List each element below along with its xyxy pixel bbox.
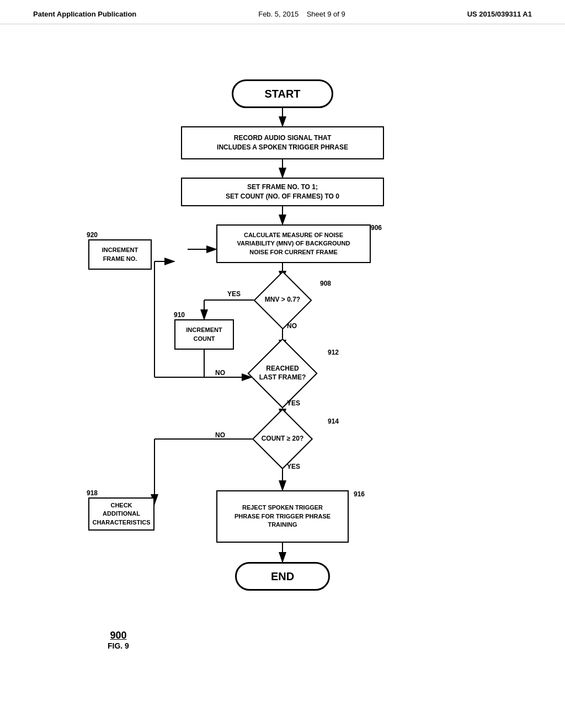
flowchart-diagram: START 902 RECORD AUDIO SIGNAL THATINCLUD… [0,24,565,686]
node-906-label: CALCULATE MEASURE OF NOISEVARIABILITY (M… [237,231,350,256]
node-904-label: SET FRAME NO. TO 1;SET COUNT (NO. OF FRA… [226,183,339,201]
end-node: END [235,562,330,591]
ref-920: 920 [87,231,98,239]
ref-918: 918 [87,489,98,497]
fig-num: 900 [108,630,129,641]
node-902-label: RECORD AUDIO SIGNAL THATINCLUDES A SPOKE… [217,133,348,152]
page-header: Patent Application Publication Feb. 5, 2… [0,0,565,24]
ref-914: 914 [328,417,339,425]
start-node: START [232,79,333,108]
yes-label-914: YES [287,463,300,470]
diamond-908 [253,271,312,329]
node-906: CALCULATE MEASURE OF NOISEVARIABILITY (M… [216,224,371,263]
diamond-912 [247,338,317,408]
node-916-label: REJECT SPOKEN TRIGGERPHRASE FOR TRIGGER … [234,504,331,529]
node-910-label: INCREMENTCOUNT [186,326,222,343]
node-916: REJECT SPOKEN TRIGGERPHRASE FOR TRIGGER … [216,490,349,543]
node-920-label: INCREMENTFRAME NO. [102,246,138,263]
node-904: SET FRAME NO. TO 1;SET COUNT (NO. OF FRA… [181,178,384,206]
start-label: START [264,88,300,100]
diamond-914-wrapper: COUNT ≥ 20? [242,417,323,461]
node-920: INCREMENTFRAME NO. [88,239,152,270]
node-918-label: CHECK ADDITIONALCHARACTERISTICS [92,501,150,527]
fig-caption: 900 FIG. 9 [108,630,129,650]
header-sheet: Sheet 9 of 9 [307,10,345,18]
node-918: CHECK ADDITIONALCHARACTERISTICS [88,497,154,531]
no-label-914: NO [215,431,225,439]
yes-label-908: YES [227,290,241,298]
no-label-912: NO [215,369,225,377]
node-902: RECORD AUDIO SIGNAL THATINCLUDES A SPOKE… [181,126,384,159]
ref-912: 912 [328,349,339,356]
diamond-914 [252,409,313,469]
ref-916: 916 [354,490,365,498]
header-date: Feb. 5, 2015 [258,10,299,18]
header-patent-num: US 2015/039311 A1 [467,10,532,18]
yes-label-912: YES [287,399,300,407]
diamond-908-wrapper: MNV > 0.7? [253,279,312,321]
node-910: INCREMENTCOUNT [174,319,234,350]
ref-906: 906 [371,224,382,232]
header-publication: Patent Application Publication [33,10,136,18]
header-center: Feb. 5, 2015 Sheet 9 of 9 [258,10,345,18]
end-label: END [271,570,294,583]
diamond-912-wrapper: REACHEDLAST FRAME? [242,349,323,398]
no-label-908: NO [287,322,297,330]
fig-label: FIG. 9 [108,641,129,650]
ref-910: 910 [174,311,185,319]
ref-908: 908 [320,280,331,287]
